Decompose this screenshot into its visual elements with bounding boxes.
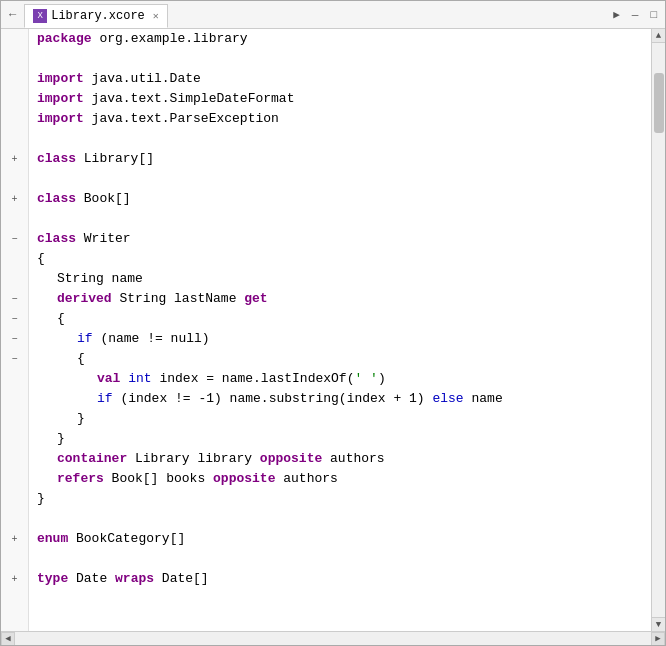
- token: {: [37, 249, 45, 269]
- token: []: [193, 569, 209, 589]
- gutter-line-7: [1, 169, 28, 189]
- code-line-25: enum BookCategory[]: [37, 529, 647, 549]
- token: lastName: [174, 289, 244, 309]
- token: (index != -1) name.substring(index + 1): [120, 389, 432, 409]
- scroll-left-arrow[interactable]: ◀: [1, 632, 15, 646]
- code-line-23: }: [37, 489, 647, 509]
- vertical-scrollbar[interactable]: ▲ ▼: [651, 29, 665, 631]
- gutter-line-0: [1, 29, 28, 49]
- token: authors: [283, 469, 338, 489]
- gutter-line-26: [1, 549, 28, 569]
- token: Library library: [135, 449, 260, 469]
- code-line-27: type Date wraps Date[]: [37, 569, 647, 589]
- token: import: [37, 89, 92, 109]
- code-line-9: [37, 209, 647, 229]
- code-line-17: val int index = name.lastIndexOf(' '): [37, 369, 647, 389]
- code-line-1: [37, 49, 647, 69]
- token: authors: [330, 449, 385, 469]
- gutter-line-2: [1, 69, 28, 89]
- token: {: [57, 309, 65, 329]
- code-line-22: refers Book[] books opposite authors: [37, 469, 647, 489]
- token: if: [77, 329, 100, 349]
- token: java.text.SimpleDateFormat: [92, 89, 295, 109]
- editor-area: ++−−−−−++ package org.example.libraryimp…: [1, 29, 665, 631]
- token: type: [37, 569, 76, 589]
- horizontal-scrollbar[interactable]: ◀ ▶: [1, 631, 665, 645]
- tab-file-icon: X: [33, 9, 47, 23]
- tab-close-button[interactable]: ✕: [153, 10, 159, 22]
- editor-tab[interactable]: X Library.xcore ✕: [24, 4, 168, 28]
- token: Date: [76, 569, 115, 589]
- scroll-right-arrow[interactable]: ▶: [651, 632, 665, 646]
- toolbar-minimize-btn[interactable]: —: [628, 7, 643, 23]
- gutter-line-27[interactable]: +: [1, 569, 28, 589]
- token: }: [57, 429, 65, 449]
- token: wraps: [115, 569, 162, 589]
- main-window: ← X Library.xcore ✕ ▶ — □ ++−−−−−++ pack…: [0, 0, 666, 646]
- token: java.text.ParseException: [92, 109, 279, 129]
- token: enum: [37, 529, 76, 549]
- code-line-11: {: [37, 249, 647, 269]
- code-line-20: }: [37, 429, 647, 449]
- code-line-15: if (name != null): [37, 329, 647, 349]
- token: name: [112, 269, 143, 289]
- code-editor[interactable]: package org.example.libraryimport java.u…: [29, 29, 651, 631]
- token: String: [57, 269, 112, 289]
- back-arrow[interactable]: ←: [5, 6, 20, 24]
- gutter-line-9: [1, 209, 28, 229]
- gutter-line-19: [1, 409, 28, 429]
- token: else: [432, 389, 471, 409]
- token: class: [37, 149, 84, 169]
- code-line-24: [37, 509, 647, 529]
- gutter-line-4: [1, 109, 28, 129]
- code-line-14: {: [37, 309, 647, 329]
- gutter-line-21: [1, 449, 28, 469]
- gutter-line-13[interactable]: −: [1, 289, 28, 309]
- gutter-line-3: [1, 89, 28, 109]
- token: get: [244, 289, 267, 309]
- toolbar-maximize-btn[interactable]: □: [646, 7, 661, 23]
- gutter-line-5: [1, 129, 28, 149]
- gutter-line-10[interactable]: −: [1, 229, 28, 249]
- token: package: [37, 29, 99, 49]
- code-line-6: class Library[]: [37, 149, 647, 169]
- gutter-line-8[interactable]: +: [1, 189, 28, 209]
- token: int: [128, 369, 159, 389]
- gutter-line-15[interactable]: −: [1, 329, 28, 349]
- token: }: [37, 489, 45, 509]
- code-line-26: [37, 549, 647, 569]
- code-line-12: String name: [37, 269, 647, 289]
- token: opposite: [260, 449, 330, 469]
- scroll-thumb[interactable]: [654, 73, 664, 133]
- gutter-line-18: [1, 389, 28, 409]
- token: Writer: [84, 229, 131, 249]
- code-line-21: container Library library opposite autho…: [37, 449, 647, 469]
- token: opposite: [213, 469, 283, 489]
- gutter-line-6[interactable]: +: [1, 149, 28, 169]
- code-line-10: class Writer: [37, 229, 647, 249]
- gutter-line-25[interactable]: +: [1, 529, 28, 549]
- token: (name != null): [100, 329, 209, 349]
- token: derived: [57, 289, 119, 309]
- token: []: [115, 189, 131, 209]
- token: ): [378, 369, 386, 389]
- code-line-2: import java.util.Date: [37, 69, 647, 89]
- token: if: [97, 389, 120, 409]
- scroll-down-arrow[interactable]: ▼: [652, 617, 665, 631]
- gutter-line-12: [1, 269, 28, 289]
- code-line-5: [37, 129, 647, 149]
- code-line-3: import java.text.SimpleDateFormat: [37, 89, 647, 109]
- token: import: [37, 69, 92, 89]
- title-bar-left: ← X Library.xcore ✕: [5, 2, 168, 28]
- gutter-line-16[interactable]: −: [1, 349, 28, 369]
- token: index = name.lastIndexOf(: [159, 369, 354, 389]
- token: val: [97, 369, 128, 389]
- token: []: [138, 149, 154, 169]
- gutter-line-20: [1, 429, 28, 449]
- gutter-line-23: [1, 489, 28, 509]
- toolbar-menu-btn[interactable]: ▶: [609, 6, 624, 23]
- token: container: [57, 449, 135, 469]
- scroll-up-arrow[interactable]: ▲: [652, 29, 665, 43]
- code-line-16: {: [37, 349, 647, 369]
- gutter-line-14[interactable]: −: [1, 309, 28, 329]
